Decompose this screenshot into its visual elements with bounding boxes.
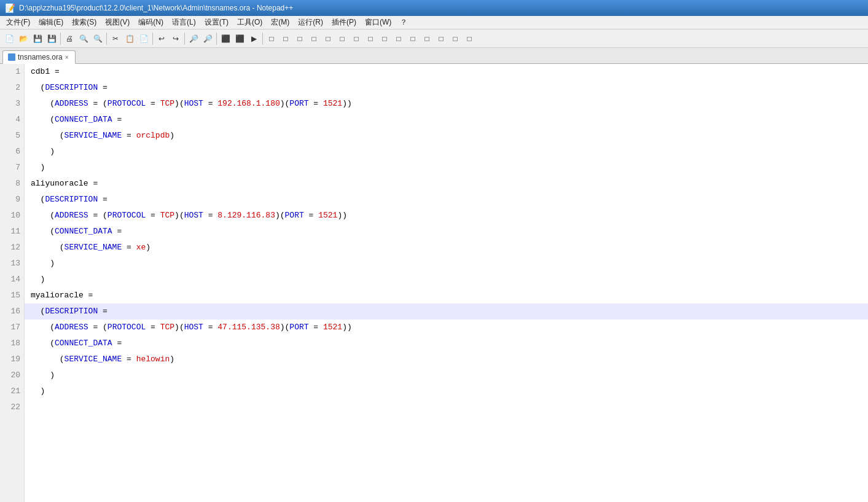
- menu-item[interactable]: 文件(F): [2, 17, 34, 28]
- line-number: 15: [0, 288, 24, 304]
- toolbar-button-btn10[interactable]: □: [392, 32, 405, 45]
- line-number: 1: [0, 64, 24, 80]
- toolbar-button-zoomin[interactable]: 🔎: [187, 32, 200, 45]
- toolbar-button-print[interactable]: 🖨: [63, 32, 76, 45]
- tab-close-button[interactable]: ×: [65, 54, 69, 61]
- code-line[interactable]: (CONNECT_DATA =: [25, 335, 868, 351]
- toolbar-button-new[interactable]: 📄: [2, 32, 16, 45]
- code-line[interactable]: (DESCRIPTION =: [25, 192, 868, 208]
- code-line[interactable]: (ADDRESS = (PROTOCOL = TCP)(HOST = 47.11…: [25, 320, 868, 335]
- tab-bar: tnsnames.ora ×: [0, 48, 868, 64]
- window-title: D:\app\zzhua195\product\12.2.0\client_1\…: [19, 4, 293, 12]
- line-number: 19: [0, 351, 24, 367]
- toolbar-button-btn5[interactable]: □: [321, 32, 335, 45]
- title-bar: 📝 D:\app\zzhua195\product\12.2.0\client_…: [0, 0, 868, 16]
- toolbar-button-save[interactable]: 💾: [31, 32, 44, 45]
- toolbar-button-btn12[interactable]: □: [420, 32, 434, 45]
- code-line[interactable]: (DESCRIPTION =: [25, 304, 868, 320]
- toolbar-separator: [106, 33, 107, 45]
- code-line[interactable]: (SERVICE_NAME = helowin): [25, 351, 868, 367]
- toolbar-button-macro1[interactable]: ⬛: [219, 32, 232, 45]
- line-number: 4: [0, 112, 24, 128]
- menu-item[interactable]: 宏(M): [267, 17, 293, 28]
- code-line[interactable]: ): [25, 160, 868, 176]
- code-line[interactable]: aliyunoracle =: [25, 176, 868, 192]
- code-line[interactable]: (SERVICE_NAME = orclpdb): [25, 128, 868, 144]
- toolbar-button-zoomout[interactable]: 🔎: [201, 32, 214, 45]
- line-number: 13: [0, 256, 24, 272]
- code-line[interactable]: ): [25, 367, 868, 383]
- menu-item[interactable]: 插件(P): [328, 17, 360, 28]
- toolbar-button-btn11[interactable]: □: [406, 32, 420, 45]
- menu-item[interactable]: 窗口(W): [361, 17, 395, 28]
- code-line[interactable]: (SERVICE_NAME = xe): [25, 240, 868, 256]
- toolbar-button-btn3[interactable]: □: [293, 32, 307, 45]
- toolbar-separator: [262, 33, 263, 45]
- toolbar-button-btn1[interactable]: □: [265, 32, 278, 45]
- code-line[interactable]: (ADDRESS = (PROTOCOL = TCP)(HOST = 8.129…: [25, 208, 868, 224]
- code-line[interactable]: ): [25, 256, 868, 272]
- menu-item[interactable]: ？: [396, 17, 411, 28]
- toolbar-button-open[interactable]: 📂: [17, 32, 30, 45]
- toolbar-button-find[interactable]: 🔍: [77, 32, 90, 45]
- app-icon: 📝: [5, 3, 15, 13]
- menu-item[interactable]: 语言(L): [168, 17, 200, 28]
- menu-item[interactable]: 搜索(S): [68, 17, 100, 28]
- line-number: 21: [0, 383, 24, 399]
- menu-item[interactable]: 编码(N): [135, 17, 167, 28]
- code-line[interactable]: (CONNECT_DATA =: [25, 224, 868, 240]
- toolbar-button-btn6[interactable]: □: [335, 32, 349, 45]
- line-number: 14: [0, 272, 24, 288]
- code-line[interactable]: (ADDRESS = (PROTOCOL = TCP)(HOST = 192.1…: [25, 96, 868, 112]
- toolbar-button-btn13[interactable]: □: [434, 32, 448, 45]
- toolbar-button-btn8[interactable]: □: [364, 32, 377, 45]
- code-line[interactable]: ): [25, 144, 868, 160]
- line-number: 17: [0, 320, 24, 335]
- code-line[interactable]: myalioracle =: [25, 288, 868, 304]
- line-number: 10: [0, 208, 24, 224]
- toolbar-button-cut[interactable]: ✂: [109, 32, 122, 45]
- toolbar-separator: [184, 33, 185, 45]
- tab-label: tnsnames.ora: [18, 53, 63, 61]
- toolbar-button-btn9[interactable]: □: [378, 32, 391, 45]
- menu-item[interactable]: 编辑(E): [35, 17, 67, 28]
- toolbar-button-btn4[interactable]: □: [307, 32, 321, 45]
- toolbar-button-redo[interactable]: ↪: [169, 32, 182, 45]
- line-number: 3: [0, 96, 24, 112]
- toolbar-button-undo[interactable]: ↩: [155, 32, 168, 45]
- toolbar: 📄📂💾💾🖨🔍🔍✂📋📄↩↪🔎🔎⬛⬛▶□□□□□□□□□□□□□□□: [0, 29, 868, 48]
- toolbar-button-saveall[interactable]: 💾: [45, 32, 58, 45]
- menu-item[interactable]: 运行(R): [294, 17, 327, 28]
- toolbar-button-paste[interactable]: 📄: [137, 32, 151, 45]
- toolbar-button-btn7[interactable]: □: [350, 32, 363, 45]
- toolbar-button-btn15[interactable]: □: [463, 32, 476, 45]
- line-number: 12: [0, 240, 24, 256]
- toolbar-button-replace[interactable]: 🔍: [91, 32, 104, 45]
- line-numbers: 12345678910111213141516171819202122: [0, 64, 25, 502]
- code-line[interactable]: (CONNECT_DATA =: [25, 112, 868, 128]
- code-line[interactable]: (DESCRIPTION =: [25, 80, 868, 96]
- line-number: 20: [0, 367, 24, 383]
- toolbar-button-btn2[interactable]: □: [279, 32, 292, 45]
- file-tab[interactable]: tnsnames.ora ×: [2, 50, 76, 64]
- code-area[interactable]: cdb1 = (DESCRIPTION = (ADDRESS = (PROTOC…: [25, 64, 868, 502]
- line-number: 2: [0, 80, 24, 96]
- code-line[interactable]: cdb1 =: [25, 64, 868, 80]
- line-number: 16: [0, 304, 24, 320]
- line-number: 7: [0, 160, 24, 176]
- line-number: 11: [0, 224, 24, 240]
- menu-item[interactable]: 工具(O): [233, 17, 266, 28]
- line-number: 9: [0, 192, 24, 208]
- menu-item[interactable]: 视图(V): [101, 17, 133, 28]
- toolbar-button-run[interactable]: ▶: [247, 32, 260, 45]
- editor: 12345678910111213141516171819202122 cdb1…: [0, 64, 868, 502]
- toolbar-separator: [152, 33, 153, 45]
- line-number: 18: [0, 335, 24, 351]
- toolbar-button-copy[interactable]: 📋: [123, 32, 136, 45]
- code-line[interactable]: ): [25, 383, 868, 399]
- code-line[interactable]: ): [25, 272, 868, 288]
- toolbar-button-macro2[interactable]: ⬛: [233, 32, 246, 45]
- line-number: 22: [0, 399, 24, 415]
- menu-item[interactable]: 设置(T): [201, 17, 232, 28]
- toolbar-button-btn14[interactable]: □: [448, 32, 462, 45]
